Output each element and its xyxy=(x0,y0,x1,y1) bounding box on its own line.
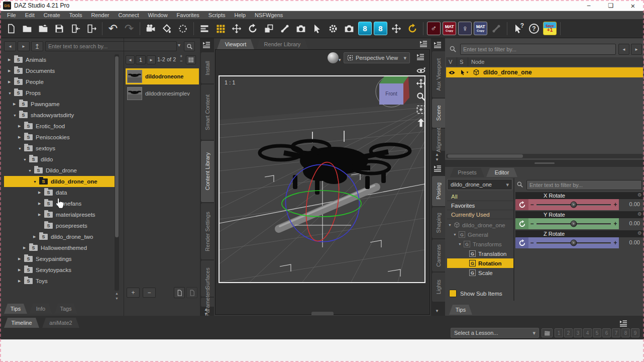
tree-item[interactable]: SProps xyxy=(4,87,117,99)
menu-connect[interactable]: Connect xyxy=(115,12,143,18)
draw-style-ball-icon[interactable] xyxy=(328,52,339,63)
import-icon[interactable] xyxy=(68,22,82,36)
male-material-icon[interactable]: ♂ xyxy=(427,22,441,35)
tab-aux-viewport[interactable]: Aux Viewport xyxy=(432,51,445,98)
decrement-button[interactable] xyxy=(528,220,535,227)
draw-style-dropdown-icon[interactable] xyxy=(339,57,341,62)
decrement-button[interactable] xyxy=(528,201,535,208)
slider-knob[interactable] xyxy=(571,220,577,227)
show-sub-items-checkbox[interactable] xyxy=(449,290,457,297)
pane-divider[interactable] xyxy=(445,160,644,167)
genesis8-female-icon[interactable]: 8 xyxy=(358,22,372,35)
tab-smart-content[interactable]: Smart Content xyxy=(201,84,214,140)
menu-favorites[interactable]: Favorites xyxy=(173,12,203,18)
maximize-button[interactable] xyxy=(600,0,622,11)
tab-tags[interactable]: Tags xyxy=(54,304,77,314)
scene-next-button[interactable] xyxy=(631,44,642,55)
render-frame[interactable]: Front 1 : 1 xyxy=(219,75,425,283)
increment-button[interactable] xyxy=(612,201,619,208)
filter-currently-used[interactable]: Currently Used xyxy=(447,210,513,219)
tab-lights[interactable]: Lights xyxy=(432,273,445,302)
content-grid-icon[interactable] xyxy=(213,22,228,36)
genesis8-male-icon[interactable]: 8 xyxy=(374,22,387,35)
tree-item[interactable]: Sdildo_drone_two xyxy=(4,231,117,242)
tree-item[interactable]: SPeniscookies xyxy=(4,132,117,143)
visibility-eye-icon[interactable] xyxy=(446,69,457,76)
scale-tool-icon[interactable] xyxy=(262,22,276,36)
tree-item[interactable]: SAnimals xyxy=(4,54,117,65)
lesson-button-2[interactable]: 2 xyxy=(564,328,573,337)
tree-item[interactable]: Sdronefans xyxy=(4,198,117,209)
increment-button[interactable] xyxy=(612,239,619,246)
menu-create[interactable]: Create xyxy=(40,12,64,18)
column-selectable[interactable]: S xyxy=(457,57,468,66)
menu-scripts[interactable]: Scripts xyxy=(204,12,230,18)
tab-editor[interactable]: Editor xyxy=(486,168,517,177)
scene-node-row-selected[interactable]: dildo_drone_one xyxy=(446,67,643,77)
save-plus-one-icon[interactable]: Save+1 xyxy=(543,22,557,35)
right-tab-scroll-down-icon[interactable] xyxy=(435,157,439,162)
new-file-icon[interactable] xyxy=(4,22,18,36)
slider-value[interactable]: 0.00 xyxy=(629,201,640,207)
nav-back-button[interactable] xyxy=(4,41,16,51)
menu-window[interactable]: Window xyxy=(144,12,171,18)
page-prev-button[interactable] xyxy=(126,55,135,64)
camera-view-selector[interactable]: Perspective View xyxy=(344,52,410,63)
tab-parameters[interactable]: Parameters xyxy=(201,298,214,307)
tab-timeline[interactable]: Timeline xyxy=(4,318,39,328)
tree-item[interactable]: SErotic_food xyxy=(4,121,117,132)
lesson-button-9[interactable]: 9 xyxy=(631,328,639,337)
menu-file[interactable]: File xyxy=(3,12,20,18)
viewport-pane-menu-icon[interactable] xyxy=(419,40,428,47)
help-icon[interactable]: ? xyxy=(527,22,541,36)
scene-prev-button[interactable] xyxy=(618,44,629,55)
right-pane-menu2-icon[interactable] xyxy=(433,165,442,172)
minimize-button[interactable] xyxy=(578,0,600,11)
create-camera-icon[interactable] xyxy=(144,22,158,36)
viewport-options-icon[interactable] xyxy=(416,53,425,60)
column-visible[interactable]: V xyxy=(446,57,457,66)
menu-nsfwgens[interactable]: NSFWgens xyxy=(251,12,287,18)
slider-track[interactable] xyxy=(536,204,611,206)
tree-item-selected[interactable]: Sdildo_drone_one xyxy=(4,176,117,187)
create-null-icon[interactable] xyxy=(176,22,190,36)
right-tab-scroll-down2-icon[interactable] xyxy=(435,309,439,313)
tab-tips-left[interactable]: Tips xyxy=(4,304,27,314)
page-number[interactable]: 1 xyxy=(136,55,146,64)
tree-item[interactable]: SPawngame xyxy=(4,99,117,110)
scene-hscrollbar[interactable] xyxy=(446,154,643,158)
param-filter-icon[interactable] xyxy=(516,181,523,188)
menu-render[interactable]: Render xyxy=(87,12,113,18)
add-button[interactable] xyxy=(127,288,140,298)
gear-icon[interactable] xyxy=(637,211,642,217)
tree-item[interactable]: SDocuments xyxy=(4,65,117,76)
tab-render-library[interactable]: Render Library xyxy=(256,39,308,49)
right-pane-menu-icon[interactable] xyxy=(433,41,442,48)
lesson-button-7[interactable]: 7 xyxy=(612,328,620,337)
column-node[interactable]: Node xyxy=(468,57,643,66)
tree-item[interactable]: Sposepresets xyxy=(4,220,117,231)
home-icon[interactable] xyxy=(416,118,426,128)
tab-posing[interactable]: Posing xyxy=(432,176,445,206)
tree-scrollbar[interactable] xyxy=(115,54,119,291)
menu-edit[interactable]: Edit xyxy=(21,12,39,18)
rotate-tool-icon[interactable] xyxy=(246,22,260,36)
surface-selection-tool-icon[interactable] xyxy=(326,22,340,36)
scene-filter-input[interactable]: Enter text to filter by... xyxy=(460,44,616,55)
save-icon[interactable] xyxy=(52,22,66,36)
slider-knob[interactable] xyxy=(571,239,577,246)
scene-filter-icon[interactable] xyxy=(449,45,457,53)
lesson-pane-menu-icon[interactable] xyxy=(619,320,628,327)
lesson-button-3[interactable]: 3 xyxy=(574,328,582,337)
translate-tool-icon[interactable] xyxy=(389,22,403,36)
right-tab-scroll-up-icon[interactable] xyxy=(435,152,439,157)
copy-icon[interactable] xyxy=(174,287,185,298)
node-selection-tool-icon[interactable] xyxy=(310,22,324,36)
param-tree-node[interactable]: dildo_drone_one xyxy=(447,220,513,230)
tab-animate2[interactable]: aniMate2 xyxy=(42,318,79,328)
menu-tools[interactable]: Tools xyxy=(65,12,86,18)
tree-item[interactable]: Ssextoys xyxy=(4,143,117,154)
asset-item-selected[interactable]: dildodroneone xyxy=(126,68,199,84)
lesson-selector[interactable]: Select a Lesson... xyxy=(451,328,539,338)
remove-button[interactable] xyxy=(143,288,156,298)
